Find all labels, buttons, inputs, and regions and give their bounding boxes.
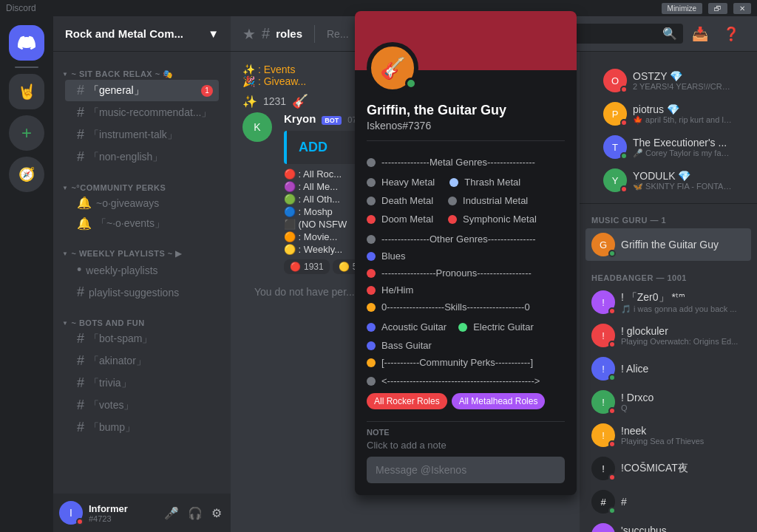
member-info-cosmicat: !COŠMICAT夜	[621, 462, 745, 475]
category-header-sit-back-relax[interactable]: ▼ ~ SIT BACK RELAX ~ 🎭	[59, 69, 225, 79]
category-header-weekly-playlists[interactable]: ▼ ~ WEEKLY PLAYLISTS ~ ▶	[59, 249, 225, 259]
member-item-glockuler[interactable]: ! ! glockuler Playing Overwatch: Origins…	[585, 319, 751, 352]
role-dot	[448, 215, 457, 224]
all-rocker-roles-button[interactable]: All Rocker Roles	[367, 393, 447, 409]
member-info-neek: !neek Playing Sea of Thieves	[621, 425, 745, 446]
add-server-button[interactable]: +	[9, 115, 44, 151]
user-panel: I Informer #4723 🎤 🎧 ⚙	[53, 494, 231, 532]
channel-item-weekly-playlists[interactable]: • weekly-playlists	[65, 259, 219, 281]
member-item-cosmicat[interactable]: ! !COŠMICAT夜	[585, 452, 751, 485]
other-genres-label: ---------------Other Genres-------------…	[381, 232, 536, 246]
all-metalhead-roles-button[interactable]: All Metalhead Roles	[452, 393, 546, 409]
member-item-succubus[interactable]: ' 'succubus Listening to Spotify	[585, 519, 751, 532]
skills-label: 0------------------Skills---------------…	[381, 300, 530, 314]
pronouns-header: -----------------Pronouns---------------…	[367, 264, 565, 282]
bot-tag: BOT	[322, 116, 342, 125]
member-info-alice: ! Alice	[621, 363, 745, 375]
role-label-death-metal: Death Metal	[381, 195, 433, 206]
member-status-ostzy: 2 YEARS!4 YEARS!//CROSSI...	[633, 82, 733, 91]
member-info-glockuler: ! glockuler Playing Overwatch: Origins E…	[621, 325, 745, 346]
member-info-zer0: ! 「Zer0」 *ᵗᵐ 🎵 i was gonna add you back …	[621, 291, 745, 314]
channel-item-akinator[interactable]: # 「akinator」	[65, 350, 219, 372]
header-dot	[367, 269, 376, 278]
member-name-alice: ! Alice	[621, 363, 745, 375]
member-item-ostzy[interactable]: O OSTZY 💎 2 YEARS!4 YEARS!//CROSSI...	[597, 64, 739, 97]
server-icon-rock-metal[interactable]: 🤘	[9, 74, 44, 109]
minimize-button[interactable]: Minimize	[662, 3, 702, 14]
status-dot-yodulk	[620, 185, 628, 193]
member-status-executioner: 🎤 Corey Taylor is my favorite...	[633, 149, 733, 158]
channel-item-general[interactable]: # 「general」 1	[65, 80, 219, 101]
channel-item-bot-spam[interactable]: # 「bot-spam」	[65, 328, 219, 349]
member-info-yodulk: YODULK 💎 🦋 SKINTY FIA - FONTAINES ...	[633, 170, 733, 191]
role-dot	[367, 178, 376, 187]
status-dot-neek	[608, 440, 616, 448]
channel-name-non-english: 「non-english」	[89, 151, 213, 164]
role-dot	[458, 323, 467, 332]
avatar: I	[59, 501, 83, 525]
channel-item-music-rec[interactable]: # 「music-recommendat...」	[65, 102, 219, 123]
channel-header-hash-icon: #	[262, 25, 270, 42]
member-name-yodulk: YODULK 💎	[633, 170, 733, 182]
channel-name-giveaways: ~o·giveaways	[96, 197, 213, 209]
profile-divider	[367, 140, 565, 141]
discover-server-button[interactable]: 🧭	[9, 157, 44, 192]
channel-name-bump: 「bump」	[89, 421, 213, 434]
hash-icon: #	[77, 420, 84, 435]
header-dot	[367, 235, 376, 244]
user-info: Informer #4723	[89, 503, 155, 523]
channel-item-giveaways[interactable]: 🔔 ~o·giveaways	[65, 193, 219, 213]
status-dot-hash	[608, 507, 616, 514]
role-heavy-metal: Heavy Metal	[367, 174, 435, 190]
member-item-hash[interactable]: # #	[585, 485, 751, 518]
member-avatar-griffin: G	[591, 233, 615, 256]
inbox-button[interactable]: 📥	[686, 23, 714, 45]
channel-description: Re...	[327, 28, 349, 40]
member-item-piotrus[interactable]: P piotrus 💎 🍁 april 5th, rip kurt and la…	[597, 98, 739, 130]
channel-item-events[interactable]: 🔔 「~·o·events」	[65, 214, 219, 233]
channel-item-trivia[interactable]: # 「trivia」	[65, 372, 219, 394]
category-header-community-perks[interactable]: ▼ ~°COMMUNITY PERKS	[59, 183, 225, 192]
channel-name-general: 「general」	[89, 84, 197, 98]
channel-item-non-english[interactable]: # 「non-english」	[65, 146, 219, 168]
channel-item-votes[interactable]: # 「votes」	[65, 395, 219, 416]
message-input-box[interactable]: Message @Iskenos	[367, 457, 565, 483]
member-list: O OSTZY 💎 2 YEARS!4 YEARS!//CROSSI... P	[580, 52, 757, 532]
member-item-executioner[interactable]: T The Executioner's ... 🎤 Corey Taylor i…	[597, 131, 739, 163]
reaction-1931[interactable]: 🔴 1931	[284, 259, 330, 274]
role-dot	[449, 178, 458, 187]
close-button[interactable]: ✕	[733, 3, 751, 14]
member-name-executioner: The Executioner's ...	[633, 137, 733, 149]
channel-item-playlist-suggestions[interactable]: # playlist-suggestions	[65, 282, 219, 303]
channel-item-bump[interactable]: # 「bump」	[65, 417, 219, 438]
hash-icon: #	[77, 149, 84, 165]
member-info-executioner: The Executioner's ... 🎤 Corey Taylor is …	[633, 137, 733, 158]
settings-button[interactable]: ⚙	[208, 503, 225, 523]
channel-name-bot-spam: 「bot-spam」	[89, 332, 213, 346]
help-button[interactable]: ❓	[717, 23, 745, 45]
category-label-sit-back-relax: ~ SIT BACK RELAX ~ 🎭	[71, 69, 173, 79]
member-item-yodulk[interactable]: Y YODULK 💎 🦋 SKINTY FIA - FONTAINES ...	[597, 164, 739, 197]
member-info-drxco: ! Drxco Q	[621, 392, 745, 412]
category-arrow-icon: ▼	[62, 71, 68, 78]
member-name-hash: #	[621, 496, 745, 508]
server-icon-discord-home[interactable]	[9, 25, 44, 61]
member-item-drxco[interactable]: ! ! Drxco Q	[585, 386, 751, 418]
member-item-neek[interactable]: ! !neek Playing Sea of Thieves	[585, 419, 751, 451]
title-bar-controls: Minimize 🗗 ✕	[662, 3, 751, 14]
deafen-button[interactable]: 🎧	[185, 503, 206, 523]
member-item-alice[interactable]: ! ! Alice	[585, 352, 751, 385]
role-label-thrash-metal: Thrash Metal	[464, 177, 520, 188]
member-avatar-alice: !	[591, 357, 615, 381]
status-dot-piotrus	[620, 119, 628, 126]
category-header-bots-and-fun[interactable]: ▼ ~ BOTS AND FUN	[59, 318, 225, 327]
note-input[interactable]: Click to add a note	[367, 440, 565, 451]
member-item-griffin[interactable]: G Griffin the Guitar Guy	[585, 228, 751, 261]
restore-button[interactable]: 🗗	[708, 3, 727, 14]
member-item-zer0[interactable]: ! ! 「Zer0」 *ᵗᵐ 🎵 i was gonna add you bac…	[585, 286, 751, 318]
server-header[interactable]: Rock and Metal Com... ▼	[53, 16, 231, 52]
channel-item-instrument-talk[interactable]: # 「instrument-talk」	[65, 124, 219, 146]
unread-badge-general: 1	[201, 85, 213, 97]
mute-button[interactable]: 🎤	[161, 503, 182, 523]
role-dot	[367, 323, 376, 332]
